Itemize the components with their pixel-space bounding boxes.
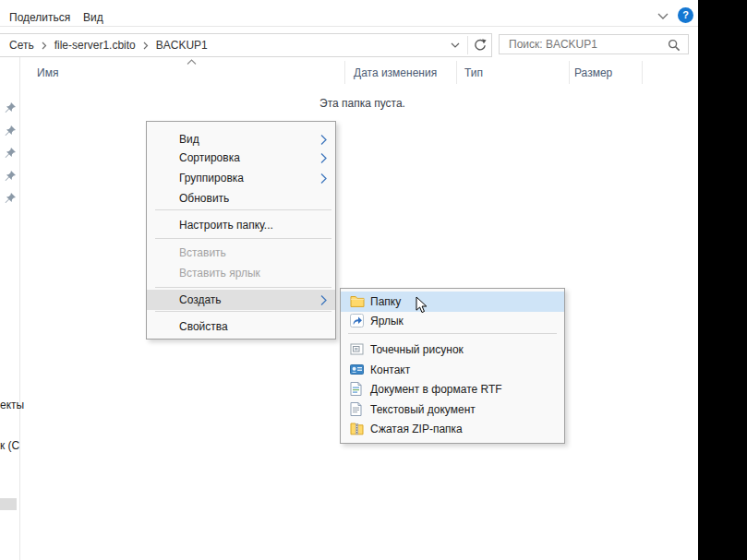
- folder-icon: [350, 294, 365, 308]
- tab-share[interactable]: Поделиться: [9, 11, 70, 24]
- context-menu-item-paste: Вставить: [147, 243, 335, 263]
- submenu-item-new-contact[interactable]: Контакт: [341, 360, 564, 380]
- sidebar-item-local-disk-partial[interactable]: к (C: [0, 439, 19, 452]
- menu-item-label: Свойства: [179, 320, 228, 333]
- menu-item-label: Папку: [370, 295, 401, 308]
- pin-icon: [5, 125, 16, 137]
- menu-separator: [155, 311, 331, 312]
- submenu-chevron-icon: [320, 173, 328, 185]
- column-divider: [456, 61, 457, 84]
- menu-item-label: Обновить: [179, 192, 229, 205]
- rtf-icon: [350, 382, 362, 396]
- column-header-date[interactable]: Дата изменения: [354, 66, 437, 79]
- screen-black-strip: [698, 0, 747, 560]
- menu-item-label: Точечный рисунок: [370, 343, 464, 356]
- breadcrumb-server[interactable]: file-server1.cbito: [54, 39, 136, 52]
- text-document-icon: [350, 402, 362, 416]
- help-icon[interactable]: ?: [678, 7, 693, 23]
- context-menu-item-customize-folder[interactable]: Настроить папку...: [147, 215, 335, 235]
- context-menu-item-sort[interactable]: Сортировка: [147, 148, 335, 168]
- sort-ascending-icon: [187, 59, 198, 66]
- column-divider: [344, 61, 345, 84]
- column-divider: [642, 61, 643, 84]
- breadcrumb-chevron-icon: [143, 42, 149, 50]
- menu-item-label: Настроить папку...: [179, 219, 273, 232]
- menu-item-label: Сортировка: [179, 151, 240, 164]
- menu-item-label: Ярлык: [370, 315, 404, 328]
- column-header-size[interactable]: Размер: [574, 66, 612, 79]
- cursor-icon: [416, 296, 428, 315]
- column-header-type[interactable]: Тип: [464, 66, 483, 79]
- submenu-item-new-bitmap[interactable]: Точечный рисунок: [341, 340, 564, 360]
- context-menu-item-properties[interactable]: Свойства: [147, 316, 335, 337]
- search-icon[interactable]: [668, 39, 681, 52]
- menu-item-label: Вставить: [179, 246, 226, 259]
- submenu-chevron-icon: [320, 152, 328, 164]
- contact-icon: [350, 363, 364, 376]
- submenu-item-new-text-document[interactable]: Текстовый документ: [341, 399, 564, 420]
- search-input[interactable]: [507, 35, 664, 54]
- context-menu-item-refresh[interactable]: Обновить: [147, 188, 335, 209]
- submenu-chevron-icon: [320, 294, 328, 306]
- chevron-down-icon[interactable]: [657, 12, 669, 20]
- menu-item-label: Вид: [179, 133, 199, 146]
- pin-icon: [5, 148, 16, 159]
- menu-separator: [348, 333, 557, 334]
- pin-icon: [5, 171, 16, 182]
- address-dropdown-icon[interactable]: [451, 42, 461, 50]
- menu-item-label: Документ в формате RTF: [370, 383, 502, 396]
- refresh-icon[interactable]: [473, 38, 488, 53]
- context-menu-item-group[interactable]: Группировка: [147, 168, 335, 188]
- context-menu: Вид Сортировка Группировка Обновить Наст…: [146, 121, 336, 340]
- menu-item-label: Создать: [179, 293, 222, 306]
- search-box[interactable]: [499, 34, 689, 54]
- submenu-item-new-zip-folder[interactable]: Сжатая ZIP-папка: [341, 419, 564, 439]
- column-header-name[interactable]: Имя: [37, 66, 58, 79]
- address-divider: [467, 36, 468, 54]
- breadcrumb-folder[interactable]: BACKUP1: [156, 39, 208, 52]
- ribbon-divider: [0, 26, 698, 27]
- menu-separator: [155, 287, 331, 288]
- zip-icon: [350, 422, 364, 435]
- navigation-pane-divider: [19, 57, 20, 560]
- menu-item-label: Вставить ярлык: [179, 267, 260, 280]
- breadcrumb-chevron-icon: [42, 42, 47, 50]
- tab-view[interactable]: Вид: [83, 11, 103, 24]
- submenu-item-new-folder[interactable]: Папку: [341, 292, 564, 312]
- submenu-item-new-rtf-document[interactable]: Документ в формате RTF: [341, 379, 564, 399]
- sidebar-item-3d-objects-partial[interactable]: екты: [0, 399, 24, 411]
- pin-icon: [5, 193, 16, 204]
- context-menu-item-paste-shortcut: Вставить ярлык: [147, 263, 335, 283]
- context-menu-item-view[interactable]: Вид: [147, 129, 335, 149]
- context-menu-item-new[interactable]: Создать: [147, 290, 335, 310]
- scrollbar-fragment[interactable]: [0, 498, 17, 510]
- menu-item-label: Контакт: [370, 363, 410, 376]
- shortcut-icon: [350, 314, 364, 328]
- breadcrumb-network[interactable]: Сеть: [9, 39, 34, 52]
- new-submenu: Папку Ярлык Точечный рисунок Контакт: [340, 288, 565, 444]
- submenu-item-new-shortcut[interactable]: Ярлык: [341, 311, 564, 331]
- menu-separator: [155, 209, 331, 210]
- bitmap-icon: [350, 342, 364, 356]
- empty-folder-message: Эта папка пуста.: [319, 97, 405, 110]
- menu-item-label: Текстовый документ: [370, 403, 476, 416]
- column-divider: [569, 61, 570, 84]
- menu-item-label: Сжатая ZIP-папка: [370, 423, 463, 435]
- address-bar[interactable]: Сеть file-server1.cbito BACKUP1: [0, 33, 492, 57]
- submenu-chevron-icon: [320, 134, 328, 146]
- pin-icon: [5, 102, 16, 113]
- menu-item-label: Группировка: [179, 172, 244, 185]
- menu-separator: [155, 238, 331, 239]
